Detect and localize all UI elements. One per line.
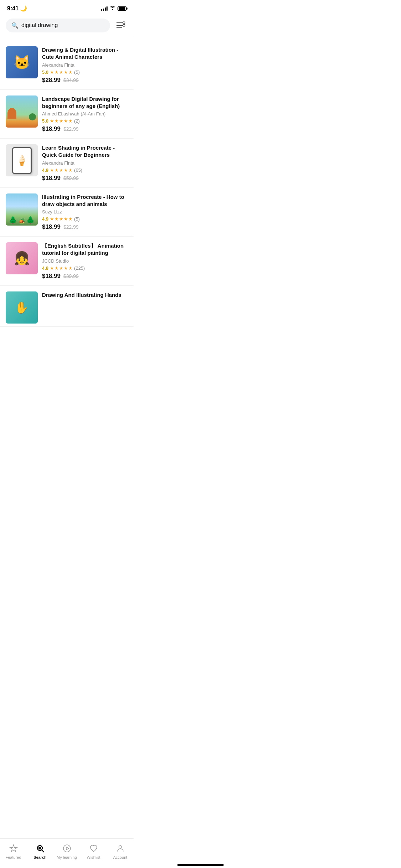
rating-number: 5.0 bbox=[42, 69, 48, 75]
course-rating: 4.9 ★★★★★ (5) bbox=[42, 216, 128, 222]
moon-icon: 🌙 bbox=[20, 5, 27, 11]
star-icon: ★ bbox=[64, 167, 68, 173]
search-query-text: digital drawing bbox=[21, 22, 58, 29]
price-current: $18.99 bbox=[42, 125, 61, 133]
price-original: $59.99 bbox=[63, 175, 79, 181]
svg-point-3 bbox=[123, 22, 125, 24]
star-icon: ★ bbox=[50, 265, 54, 271]
price-current: $28.99 bbox=[42, 77, 61, 84]
review-count: (65) bbox=[74, 167, 82, 173]
course-thumbnail: 🍦 bbox=[6, 144, 38, 176]
course-pricing: $28.99 $34.99 bbox=[42, 77, 128, 84]
star-icon: ★ bbox=[50, 216, 54, 222]
stars: ★★★★★ bbox=[50, 69, 73, 75]
course-rating: 4.9 ★★★★★ (65) bbox=[42, 167, 128, 173]
course-rating: 5.0 ★★★★★ (5) bbox=[42, 69, 128, 75]
status-bar: 9:41 🌙 bbox=[0, 0, 134, 15]
star-icon: ★ bbox=[68, 265, 73, 271]
star-icon: ★ bbox=[68, 167, 73, 173]
course-item[interactable]: Landscape Digital Drawing for beginners … bbox=[0, 90, 134, 139]
star-icon: ★ bbox=[59, 167, 63, 173]
course-item[interactable]: 👧 【English Subtitles】 Animation tutorial… bbox=[0, 237, 134, 286]
star-icon: ★ bbox=[50, 118, 54, 124]
course-info: Drawing And Illustrating Hands bbox=[42, 291, 128, 306]
rating-number: 4.9 bbox=[42, 167, 48, 173]
star-icon: ★ bbox=[64, 216, 68, 222]
price-original: $39.99 bbox=[63, 273, 79, 279]
course-title: Drawing & Digital Illustration - Cute An… bbox=[42, 46, 128, 61]
course-list: 🐱 Drawing & Digital Illustration - Cute … bbox=[0, 37, 134, 362]
course-rating: 4.8 ★★★★★ (225) bbox=[42, 265, 128, 271]
course-pricing: $18.99 $22.99 bbox=[42, 223, 128, 231]
svg-point-4 bbox=[123, 24, 125, 26]
stars: ★★★★★ bbox=[50, 167, 73, 173]
search-icon: 🔍 bbox=[11, 22, 19, 29]
course-title: Learn Shading in Procreate - Quick Guide… bbox=[42, 144, 128, 159]
stars: ★★★★★ bbox=[50, 216, 73, 222]
star-icon: ★ bbox=[59, 216, 63, 222]
course-item[interactable]: 🍦 Learn Shading in Procreate - Quick Gui… bbox=[0, 139, 134, 188]
star-icon: ★ bbox=[68, 216, 73, 222]
course-item[interactable]: 🌲 🏕️ 🌲 Illustrating in Procreate - How t… bbox=[0, 188, 134, 237]
rating-number: 5.0 bbox=[42, 118, 48, 124]
course-title: Landscape Digital Drawing for beginners … bbox=[42, 95, 128, 110]
star-icon: ★ bbox=[68, 118, 73, 124]
course-info: Illustrating in Procreate - How to draw … bbox=[42, 193, 128, 231]
battery-icon bbox=[118, 6, 126, 11]
status-time: 9:41 🌙 bbox=[7, 5, 27, 12]
course-title: Drawing And Illustrating Hands bbox=[42, 291, 128, 299]
star-icon: ★ bbox=[59, 118, 63, 124]
course-item[interactable]: ✋ Drawing And Illustrating Hands bbox=[0, 286, 134, 327]
price-current: $18.99 bbox=[42, 273, 61, 280]
course-thumbnail: 🌲 🏕️ 🌲 bbox=[6, 193, 38, 226]
review-count: (225) bbox=[74, 265, 85, 271]
star-icon: ★ bbox=[64, 69, 68, 75]
star-icon: ★ bbox=[54, 265, 59, 271]
course-thumbnail: ✋ bbox=[6, 291, 38, 324]
course-author: Ahmed El.ashwah (Al-Am Fan) bbox=[42, 111, 128, 117]
course-info: Landscape Digital Drawing for beginners … bbox=[42, 95, 128, 133]
review-count: (5) bbox=[74, 216, 80, 222]
review-count: (2) bbox=[74, 118, 80, 124]
star-icon: ★ bbox=[68, 69, 73, 75]
star-icon: ★ bbox=[54, 69, 59, 75]
course-rating: 5.0 ★★★★★ (2) bbox=[42, 118, 128, 124]
star-icon: ★ bbox=[64, 118, 68, 124]
price-original: $22.99 bbox=[63, 126, 79, 132]
wifi-icon bbox=[110, 6, 115, 11]
course-author: Alexandra Finta bbox=[42, 62, 128, 68]
star-icon: ★ bbox=[50, 167, 54, 173]
course-thumbnail: 🐱 bbox=[6, 46, 38, 78]
signal-bars-icon bbox=[101, 6, 108, 11]
rating-number: 4.9 bbox=[42, 216, 48, 222]
course-title: Illustrating in Procreate - How to draw … bbox=[42, 193, 128, 208]
status-icons bbox=[101, 6, 126, 11]
rating-number: 4.8 bbox=[42, 265, 48, 271]
price-original: $34.99 bbox=[63, 77, 79, 83]
course-info: 【English Subtitles】 Animation tutorial f… bbox=[42, 242, 128, 280]
course-pricing: $18.99 $39.99 bbox=[42, 273, 128, 280]
star-icon: ★ bbox=[54, 118, 59, 124]
star-icon: ★ bbox=[59, 69, 63, 75]
filter-icon bbox=[116, 21, 125, 29]
search-bar[interactable]: 🔍 digital drawing bbox=[6, 19, 110, 32]
star-icon: ★ bbox=[54, 216, 59, 222]
course-title: 【English Subtitles】 Animation tutorial f… bbox=[42, 242, 128, 257]
review-count: (5) bbox=[74, 69, 80, 75]
star-icon: ★ bbox=[64, 265, 68, 271]
price-current: $18.99 bbox=[42, 223, 61, 231]
search-container: 🔍 digital drawing bbox=[0, 15, 134, 37]
price-current: $18.99 bbox=[42, 175, 61, 182]
course-info: Drawing & Digital Illustration - Cute An… bbox=[42, 46, 128, 84]
course-pricing: $18.99 $59.99 bbox=[42, 175, 128, 182]
course-author: Suzy Lizz bbox=[42, 209, 128, 215]
course-author: Alexandra Finta bbox=[42, 160, 128, 166]
star-icon: ★ bbox=[50, 69, 54, 75]
price-original: $22.99 bbox=[63, 224, 79, 230]
course-item[interactable]: 🐱 Drawing & Digital Illustration - Cute … bbox=[0, 41, 134, 90]
course-author: JCCD Studio bbox=[42, 258, 128, 264]
star-icon: ★ bbox=[54, 167, 59, 173]
filter-button[interactable] bbox=[114, 18, 128, 32]
stars: ★★★★★ bbox=[50, 118, 73, 124]
course-thumbnail bbox=[6, 95, 38, 128]
